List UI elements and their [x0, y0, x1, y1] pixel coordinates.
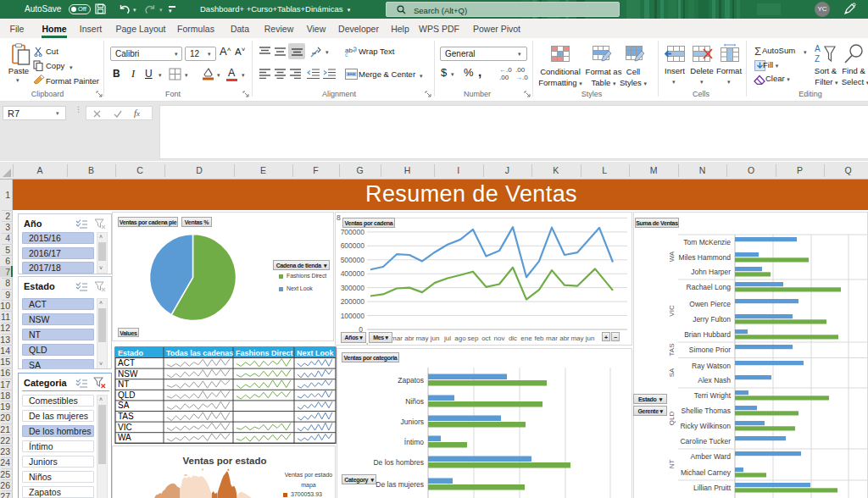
svg-text:Z: Z	[815, 54, 820, 64]
svg-text:A: A	[815, 44, 821, 53]
svg-text:c: c	[345, 52, 348, 57]
